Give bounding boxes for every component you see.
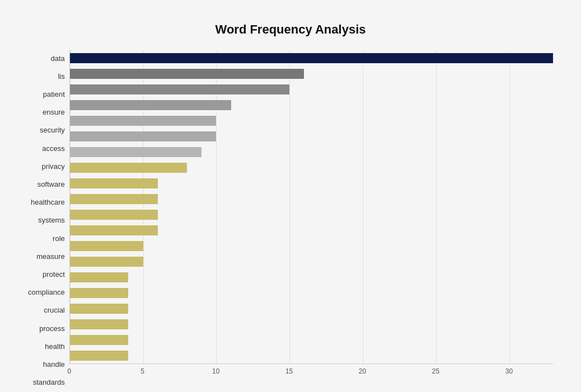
x-tick: 0 <box>67 367 71 375</box>
bar <box>70 147 202 157</box>
y-label: access <box>28 140 69 156</box>
x-tick: 15 <box>285 367 293 375</box>
bar-row <box>70 332 553 348</box>
bar-row <box>70 176 553 191</box>
y-label: software <box>28 176 69 192</box>
bar-row <box>70 82 553 97</box>
bar <box>70 288 129 298</box>
bar-row <box>70 301 553 317</box>
y-label: healthcare <box>28 195 69 210</box>
y-label: lis <box>28 68 69 84</box>
bar-row <box>70 160 553 176</box>
bar-row <box>70 348 553 363</box>
bar-row <box>70 254 553 270</box>
y-label: process <box>28 320 69 336</box>
y-labels: datalispatientensuresecurityaccessprivac… <box>28 50 69 392</box>
x-tick: 5 <box>140 367 144 375</box>
bar <box>70 304 129 314</box>
bar-row <box>70 270 553 285</box>
bar-row <box>70 207 553 223</box>
chart-area: datalispatientensuresecurityaccessprivac… <box>28 50 553 392</box>
bars-grid <box>69 50 553 364</box>
bar <box>70 241 143 251</box>
y-label: role <box>28 230 69 246</box>
bar-row <box>70 50 553 66</box>
y-label: privacy <box>28 158 69 174</box>
bar-row <box>70 97 553 113</box>
x-tick: 10 <box>212 367 219 375</box>
y-label: handle <box>28 356 69 372</box>
y-label: protect <box>28 266 69 282</box>
bar <box>70 257 143 267</box>
y-label: ensure <box>28 105 69 120</box>
y-label: systems <box>28 212 69 228</box>
bar <box>70 131 217 141</box>
bar-row <box>70 66 553 82</box>
y-label: crucial <box>28 303 69 318</box>
y-label: data <box>28 50 69 66</box>
y-label: measure <box>28 248 69 264</box>
bar <box>70 84 289 95</box>
chart-title: Word Frequency Analysis <box>28 22 553 37</box>
y-label: compliance <box>28 285 69 300</box>
bar <box>70 351 129 361</box>
bar <box>70 225 158 235</box>
bar <box>70 53 553 63</box>
bar <box>70 116 217 126</box>
bar-row <box>70 191 553 207</box>
x-tick: 30 <box>505 367 513 375</box>
y-label: health <box>28 338 69 354</box>
bar <box>70 100 231 110</box>
bar <box>70 335 129 345</box>
bar <box>70 178 158 188</box>
y-label: standards <box>28 375 69 390</box>
y-label: security <box>28 122 69 138</box>
bar <box>70 163 187 173</box>
bar-row <box>70 317 553 332</box>
bar <box>70 272 129 282</box>
bar-row <box>70 113 553 129</box>
bar-row <box>70 238 553 254</box>
bar-row <box>70 129 553 144</box>
x-axis: 051015202530 <box>69 364 553 384</box>
bars-wrapper <box>70 50 553 363</box>
bar <box>70 319 129 329</box>
bar-row <box>70 223 553 238</box>
y-label: patient <box>28 86 69 102</box>
bar-row <box>70 285 553 301</box>
chart-container: Word Frequency Analysis datalispatienten… <box>11 11 570 392</box>
bar <box>70 69 304 79</box>
x-tick: 20 <box>359 367 366 375</box>
bar <box>70 194 158 204</box>
bar <box>70 210 158 220</box>
bar-row <box>70 144 553 160</box>
x-tick: 25 <box>432 367 439 375</box>
